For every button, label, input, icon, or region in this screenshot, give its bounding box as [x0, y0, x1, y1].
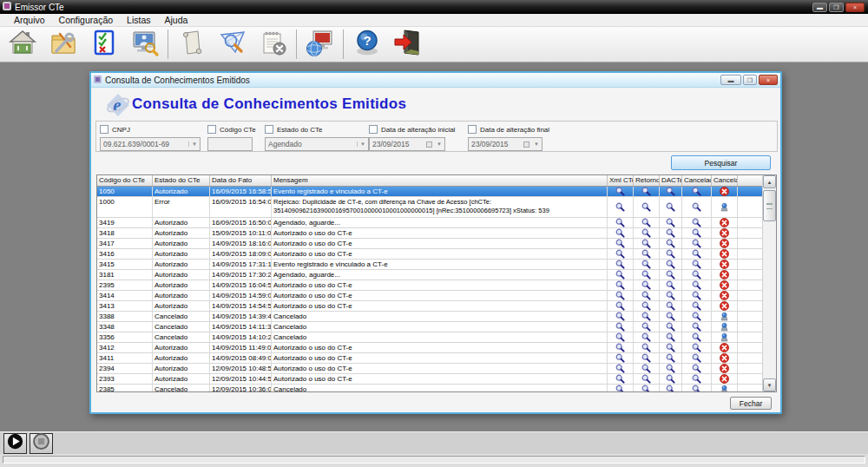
scrollbar-thumb[interactable]: [763, 190, 776, 221]
column-header-1[interactable]: Estado do CTe: [153, 175, 210, 186]
dacte-view-icon[interactable]: [660, 301, 682, 311]
menu-item-listas[interactable]: Listas: [120, 15, 157, 25]
retorno-view-icon[interactable]: [634, 374, 660, 384]
cancelado-view-icon[interactable]: [682, 353, 712, 363]
table-row[interactable]: 1000Error16/09/2015 16:54:01Rejeicao: Du…: [97, 197, 762, 218]
table-row[interactable]: 1050Autorizado16/09/2015 16:58:54Evento …: [97, 187, 762, 197]
dacte-view-icon[interactable]: [660, 280, 682, 290]
table-row[interactable]: 3411Autorizado14/09/2015 08:49:00Autoriz…: [97, 353, 762, 364]
cancel-cte-icon[interactable]: [712, 249, 738, 259]
xml-cte-view-icon[interactable]: [608, 301, 634, 311]
table-row[interactable]: 3181Autorizado14/09/2015 17:30:27Agendad…: [97, 270, 762, 280]
dacte-view-icon[interactable]: [660, 291, 682, 300]
cancelado-view-icon[interactable]: [682, 385, 712, 391]
dacte-view-icon[interactable]: [660, 312, 682, 321]
cancel-cte-icon[interactable]: [712, 260, 738, 269]
stop-button[interactable]: [30, 433, 53, 454]
cancelado-view-icon[interactable]: [682, 260, 712, 269]
retorno-view-icon[interactable]: [634, 364, 660, 373]
toolbar-button-settings[interactable]: [43, 28, 83, 61]
column-header-2[interactable]: Data do Fato: [210, 175, 272, 186]
menu-item-arquivo[interactable]: Arquivo: [7, 15, 52, 25]
window-close-button[interactable]: ×: [845, 3, 865, 12]
retorno-view-icon[interactable]: [634, 260, 660, 269]
retorno-view-icon[interactable]: [634, 280, 660, 290]
dacte-view-icon[interactable]: [660, 187, 682, 196]
column-header-7[interactable]: Cancelado: [682, 175, 712, 186]
dacte-view-icon[interactable]: [660, 270, 682, 280]
retorno-view-icon[interactable]: [634, 187, 660, 196]
cancel-cte-icon[interactable]: [712, 301, 738, 311]
table-row[interactable]: 3414Autorizado14/09/2015 14:59:00Autoriz…: [97, 291, 762, 301]
filter-checkbox[interactable]: [468, 125, 477, 134]
window-minimize-button[interactable]: ▬: [812, 3, 827, 12]
xml-cte-view-icon[interactable]: [608, 385, 634, 391]
filter-checkbox[interactable]: [100, 125, 108, 134]
cancelado-view-icon[interactable]: [682, 322, 712, 332]
xml-cte-view-icon[interactable]: [608, 291, 634, 300]
cancelado-view-icon[interactable]: [682, 280, 712, 290]
pesquisar-button[interactable]: Pesquisar: [671, 155, 771, 170]
cancelado-view-icon[interactable]: [682, 218, 712, 227]
dialog-maximize-button[interactable]: ❐: [743, 75, 757, 85]
dacte-view-icon[interactable]: [660, 322, 682, 332]
retorno-view-icon[interactable]: [634, 353, 660, 363]
retorno-view-icon[interactable]: [634, 239, 660, 248]
xml-cte-view-icon[interactable]: [608, 260, 634, 269]
filter-checkbox[interactable]: [369, 125, 378, 134]
menu-item-configurao[interactable]: Configuração: [52, 15, 120, 25]
table-row[interactable]: 2394Autorizado12/09/2015 10:48:59Autoriz…: [97, 364, 762, 374]
cancel-cte-icon[interactable]: [712, 270, 738, 280]
dacte-view-icon[interactable]: [660, 353, 682, 363]
table-row[interactable]: 3413Autorizado14/09/2015 14:54:59Autoriz…: [97, 301, 762, 312]
lock-icon[interactable]: [712, 332, 738, 342]
table-row[interactable]: 2385Cancelado12/09/2015 10:36:01Cancelad…: [97, 385, 762, 391]
cancel-cte-icon[interactable]: [712, 228, 738, 238]
scroll-up-icon[interactable]: ▲: [763, 175, 776, 188]
xml-cte-view-icon[interactable]: [608, 197, 634, 217]
dacte-view-icon[interactable]: [660, 374, 682, 384]
cancel-cte-icon[interactable]: [712, 343, 738, 352]
xml-cte-view-icon[interactable]: [608, 353, 634, 363]
retorno-view-icon[interactable]: [634, 228, 660, 238]
table-row[interactable]: 3412Autorizado14/09/2015 11:49:00Autoriz…: [97, 343, 762, 353]
retorno-view-icon[interactable]: [634, 249, 660, 259]
retorno-view-icon[interactable]: [634, 385, 660, 391]
dacte-view-icon[interactable]: [660, 385, 682, 391]
cancelado-view-icon[interactable]: [682, 343, 712, 352]
xml-cte-view-icon[interactable]: [608, 218, 634, 227]
dacte-view-icon[interactable]: [660, 364, 682, 373]
column-header-8[interactable]: Cancelar: [712, 175, 738, 186]
filter-combobox[interactable]: 09.621.639/0001-69▼: [100, 137, 201, 151]
chevron-down-icon[interactable]: ▼: [531, 141, 539, 147]
lock-icon[interactable]: [712, 312, 738, 321]
cancelado-view-icon[interactable]: [682, 239, 712, 248]
xml-cte-view-icon[interactable]: [608, 343, 634, 352]
xml-cte-view-icon[interactable]: [608, 332, 634, 342]
toolbar-button-document[interactable]: [171, 28, 212, 61]
toolbar-button-globe-computer[interactable]: [299, 28, 340, 61]
retorno-view-icon[interactable]: [634, 312, 660, 321]
filter-checkbox[interactable]: [265, 125, 273, 134]
cancel-cte-icon[interactable]: [712, 353, 738, 363]
play-button[interactable]: [3, 433, 27, 454]
cancelado-view-icon[interactable]: [682, 228, 712, 238]
toolbar-button-home[interactable]: [2, 28, 43, 61]
chevron-down-icon[interactable]: ▼: [434, 141, 442, 147]
cancel-cte-icon[interactable]: [712, 218, 738, 227]
cancelado-view-icon[interactable]: [682, 270, 712, 280]
table-row[interactable]: 3388Cancelado14/09/2015 14:39:44Cancelad…: [97, 312, 762, 322]
table-row[interactable]: 2393Autorizado12/09/2015 10:44:59Autoriz…: [97, 374, 762, 385]
filter-datepicker[interactable]: 23/09/2015▼: [468, 137, 542, 151]
cancel-cte-icon[interactable]: [712, 239, 738, 248]
dialog-close-button[interactable]: ×: [759, 75, 778, 85]
column-header-6[interactable]: DACTe: [660, 175, 682, 186]
column-header-5[interactable]: Retorno: [634, 175, 660, 186]
table-row[interactable]: 2395Autorizado14/09/2015 16:04:59Autoriz…: [97, 280, 762, 291]
column-header-4[interactable]: Xml CTe: [608, 175, 634, 186]
menu-item-ajuda[interactable]: Ajuda: [158, 15, 195, 25]
date-checkbox[interactable]: [523, 141, 529, 148]
dacte-view-icon[interactable]: [660, 239, 682, 248]
table-row[interactable]: 3418Autorizado15/09/2015 10:11:02Autoriz…: [97, 228, 762, 239]
cancelado-view-icon[interactable]: [682, 312, 712, 321]
